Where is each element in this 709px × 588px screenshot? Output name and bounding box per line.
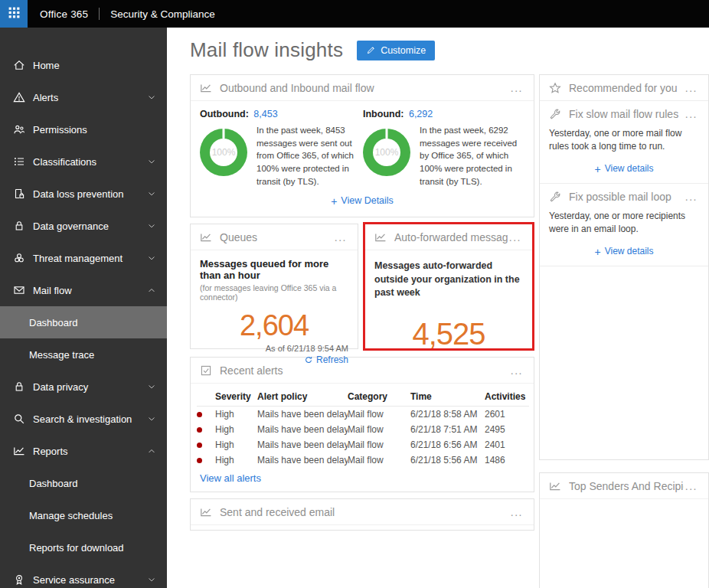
page-title: Mail flow insights [190, 38, 343, 62]
sidebar-item-label: Data privacy [33, 381, 147, 393]
sidebar-item-reports-for-download[interactable]: Reports for download [0, 531, 167, 564]
classifications-icon [13, 155, 25, 168]
sidebar-item-label: Reports [33, 446, 147, 457]
queues-count[interactable]: 2,604 [200, 309, 348, 342]
card-auto-forwarded-messages: Auto-forwarded messages ... Messages aut… [363, 222, 534, 351]
table-cell: 6/21/18 6:56 AM [410, 437, 485, 452]
suite-section-title: Security & Compliance [110, 8, 215, 20]
recommendation-fix-slow-mail-flow-rules: Fix slow mail flow rules ... Yesterday, … [540, 101, 708, 184]
sidebar-item-data-loss-prevention[interactable]: Data loss prevention [0, 178, 167, 210]
lock-icon [13, 381, 25, 393]
column-header-time[interactable]: Time [410, 388, 485, 407]
table-row[interactable]: HighMails have been delayedMail flow6/21… [197, 407, 529, 423]
trend-chart-icon [374, 231, 387, 243]
sidebar-item-dashboard[interactable]: Dashboard [0, 306, 167, 338]
more-menu-button[interactable]: ... [684, 110, 699, 118]
more-menu-button[interactable]: ... [684, 193, 699, 201]
sidebar-item-alerts[interactable]: Alerts [0, 81, 167, 113]
chevron-down-icon [147, 93, 156, 102]
card-title: Auto-forwarded messages [394, 231, 508, 243]
customize-button[interactable]: Customize [357, 41, 435, 60]
waffle-icon [8, 6, 21, 22]
app-launcher-button[interactable] [0, 0, 28, 28]
more-menu-button[interactable]: ... [509, 508, 524, 516]
more-menu-button[interactable]: ... [684, 482, 699, 490]
sidebar-item-label: Manage schedules [29, 510, 156, 521]
sidebar-item-search-investigation[interactable]: Search & investigation [0, 403, 167, 435]
star-icon [549, 82, 561, 94]
table-cell: 2495 [485, 422, 529, 437]
chevron-down-icon [147, 221, 156, 230]
sidebar-item-classifications[interactable]: Classifications [0, 145, 167, 178]
chevron-down-icon [147, 382, 156, 391]
table-cell: 6/21/18 7:51 AM [410, 422, 485, 437]
recommendation-title: Fix slow mail flow rules [569, 108, 684, 120]
autoforward-count[interactable]: 4,525 [374, 317, 523, 351]
table-cell: High [215, 452, 257, 468]
sidebar-item-label: Data loss prevention [33, 188, 147, 200]
more-menu-button[interactable]: ... [684, 84, 699, 92]
recommendation-title: Fix possible mail loop [569, 191, 684, 203]
table-row[interactable]: HighMails have been delayedMail flow6/21… [197, 452, 529, 468]
trend-chart-icon [200, 82, 212, 94]
card-title: Top Senders And Recipients [569, 480, 684, 492]
sidebar-item-label: Home [33, 60, 156, 71]
outbound-label: Outbound: [200, 109, 249, 119]
view-details-link[interactable]: View Details [341, 195, 394, 207]
pencil-icon [366, 45, 376, 55]
table-cell: 2401 [485, 437, 529, 452]
sidebar-item-home[interactable]: Home [0, 49, 167, 81]
sidebar-item-label: Threat management [33, 253, 147, 264]
card-queues: Queues ... Messages queued for more than… [190, 224, 358, 349]
view-details-link[interactable]: View details [605, 246, 654, 258]
column-header-category[interactable]: Category [348, 388, 410, 407]
outbound-section: Outbound: 8,453 100% In the past week, 8… [200, 109, 363, 188]
sidebar-item-reports[interactable]: Reports [0, 435, 167, 467]
column-header-activities[interactable]: Activities [485, 388, 529, 407]
table-cell: Mails have been delayed [257, 452, 348, 468]
sidebar-item-permissions[interactable]: Permissions [0, 113, 167, 145]
view-details-link[interactable]: View details [605, 163, 654, 175]
chart-icon [13, 445, 25, 457]
outbound-value[interactable]: 8,453 [253, 109, 277, 119]
more-menu-button[interactable]: ... [509, 84, 524, 92]
inbound-value[interactable]: 6,292 [409, 109, 433, 119]
more-menu-button[interactable]: ... [333, 234, 348, 241]
column-header-severity[interactable]: Severity [215, 388, 257, 407]
sidebar-item-data-privacy[interactable]: Data privacy [0, 371, 167, 403]
inbound-label: Inbound: [363, 109, 404, 119]
sidebar-item-dashboard[interactable]: Dashboard [0, 467, 167, 499]
queues-subheading: (for messages leaving Office 365 via a c… [200, 283, 348, 302]
sidebar-item-threat-management[interactable]: Threat management [0, 242, 167, 274]
table-row[interactable]: HighMails have been delayedMail flow6/21… [197, 437, 529, 452]
sidebar-item-label: Data governance [33, 220, 147, 232]
dlp-icon [13, 188, 25, 200]
sidebar-item-message-trace[interactable]: Message trace [0, 338, 167, 371]
pie [587, 518, 661, 588]
column-header-alert-policy[interactable]: Alert policy [257, 388, 348, 407]
outbound-description: In the past week, 8453 messages were sen… [256, 124, 360, 188]
sidebar-item-label: Alerts [33, 92, 147, 103]
more-menu-button[interactable]: ... [508, 234, 523, 241]
sidebar-item-service-assurance[interactable]: Service assurance [0, 564, 167, 588]
table-cell: 6/21/18 5:56 AM [410, 452, 485, 468]
sidebar-item-mail-flow[interactable]: Mail flow [0, 274, 167, 306]
sidebar-item-label: Classifications [33, 156, 147, 168]
sidebar-item-data-governance[interactable]: Data governance [0, 210, 167, 242]
card-title: Recent alerts [220, 364, 509, 377]
sidebar-item-label: Message trace [29, 349, 156, 361]
table-cell: High [215, 407, 257, 423]
recommendation-description: Yesterday, one or more recipients were i… [540, 210, 708, 237]
more-menu-button[interactable]: ... [509, 367, 524, 374]
plus-icon: + [594, 163, 600, 175]
plus-icon: + [594, 246, 600, 258]
table-row[interactable]: HighMails have been delayedMail flow6/21… [197, 422, 529, 437]
sidebar-item-manage-schedules[interactable]: Manage schedules [0, 499, 167, 531]
trend-chart-icon [549, 480, 561, 492]
brand-office365[interactable]: Office 365 [40, 8, 88, 20]
view-all-alerts-link[interactable]: View all alerts [200, 472, 261, 484]
alert-icon [13, 91, 25, 103]
recommendation-description: Yesterday, one or more mail flow rules t… [540, 127, 708, 154]
sidebar-item-label: Service assurance [33, 574, 147, 586]
card-title: Outbound and Inbound mail flow [220, 82, 509, 94]
